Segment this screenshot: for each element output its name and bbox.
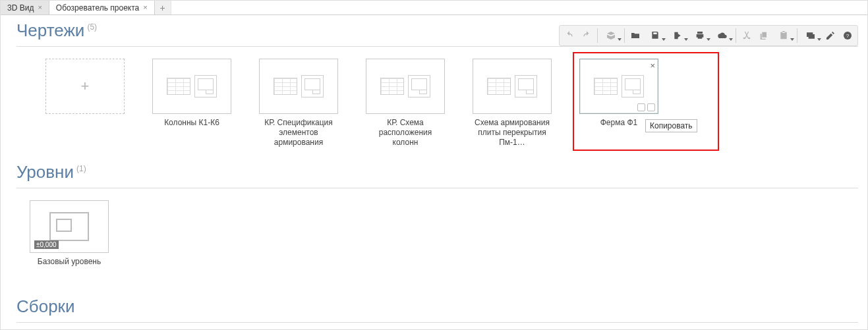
section-title-text: Уровни <box>16 162 74 182</box>
drawing-card[interactable]: КР. Схема расположения колонн <box>366 59 445 148</box>
section-title-text: Чертежи <box>16 20 84 41</box>
add-drawing-card[interactable]: + <box>45 59 125 139</box>
toolbar-separator <box>797 28 797 43</box>
edit-mini-icon[interactable] <box>647 103 655 111</box>
level-thumbnail: ±0,000 <box>30 200 109 253</box>
toolbar-separator <box>736 28 736 43</box>
plan-icon <box>49 212 89 241</box>
drawings-grid: + Колонны К1-К6 КР. Спецификация элемент… <box>1 47 867 154</box>
export-dropdown-button[interactable] <box>666 27 689 44</box>
help-button[interactable]: ? <box>839 27 856 44</box>
tooltip-copy: Копировать <box>645 119 697 132</box>
open-button[interactable] <box>627 27 644 44</box>
paste-dropdown-button[interactable] <box>772 27 795 44</box>
section-divider <box>16 322 858 323</box>
drawing-thumbnail <box>473 59 552 114</box>
thumb-action-icons <box>637 103 655 111</box>
cloud-dropdown-button[interactable] <box>711 27 734 44</box>
tab-add-button[interactable]: + <box>155 1 171 14</box>
section-drawings-header: Чертежи (5) <box>16 20 559 46</box>
level-card[interactable]: ±0,000 Базовый уровень <box>30 200 109 278</box>
section-levels-header: Уровни (1) <box>16 162 858 188</box>
tab-strip: 3D Вид × Обозреватель проекта × + <box>1 1 867 15</box>
section-title-text: Сборки <box>16 296 75 317</box>
drawing-card-selected[interactable]: × Ферма Ф1 Копировать <box>579 59 658 139</box>
level-elevation-tag: ±0,000 <box>34 240 59 249</box>
close-icon[interactable]: × <box>38 4 42 11</box>
drawing-thumbnail: × <box>579 59 658 114</box>
card-label: КР. Схема расположения колонн <box>366 118 445 148</box>
tab-label: Обозреватель проекта <box>56 3 139 13</box>
copy-mini-icon[interactable] <box>637 103 645 111</box>
drawing-card[interactable]: Схема армирования плиты перекрытия Пм-1… <box>473 59 552 148</box>
tab-3d-view[interactable]: 3D Вид × <box>1 1 49 14</box>
copy-button[interactable] <box>755 27 772 44</box>
card-label: Колонны К1-К6 <box>164 118 219 139</box>
tab-project-browser[interactable]: Обозреватель проекта × <box>49 1 155 14</box>
undo-button[interactable] <box>561 27 578 44</box>
drawing-card[interactable]: КР. Спецификация элементов армирования <box>259 59 338 148</box>
box-dropdown-button[interactable] <box>600 27 622 44</box>
settings-button[interactable] <box>822 27 839 44</box>
drawing-card[interactable]: Колонны К1-К6 <box>152 59 231 139</box>
plus-icon: + <box>81 78 90 95</box>
tab-label: 3D Вид <box>7 3 34 13</box>
toolbar: ? <box>559 25 858 46</box>
section-count: (1) <box>76 164 86 173</box>
card-label: Ферма Ф1 <box>600 118 638 139</box>
card-label: Базовый уровень <box>38 257 101 278</box>
close-icon[interactable]: × <box>143 4 147 11</box>
card-label: Схема армирования плиты перекрытия Пм-1… <box>473 118 552 148</box>
levels-grid: ±0,000 Базовый уровень <box>1 188 867 285</box>
card-label: КР. Спецификация элементов армирования <box>259 118 338 148</box>
drawing-thumbnail <box>366 59 445 114</box>
print-dropdown-button[interactable] <box>689 27 711 44</box>
redo-button[interactable] <box>578 27 595 44</box>
toolbar-separator <box>624 28 625 43</box>
section-count: (5) <box>87 22 97 32</box>
toolbar-separator <box>597 28 598 43</box>
drawing-thumbnail <box>152 59 231 114</box>
section-assemblies-header: Сборки <box>16 296 858 322</box>
window-dropdown-button[interactable] <box>799 27 822 44</box>
close-icon[interactable]: × <box>650 61 655 70</box>
cut-button[interactable] <box>738 27 755 44</box>
tabstrip-filler <box>171 1 867 14</box>
drawing-thumbnail <box>259 59 338 114</box>
save-dropdown-button[interactable] <box>644 27 666 44</box>
plus-icon: + <box>160 3 165 13</box>
svg-text:?: ? <box>846 33 850 39</box>
